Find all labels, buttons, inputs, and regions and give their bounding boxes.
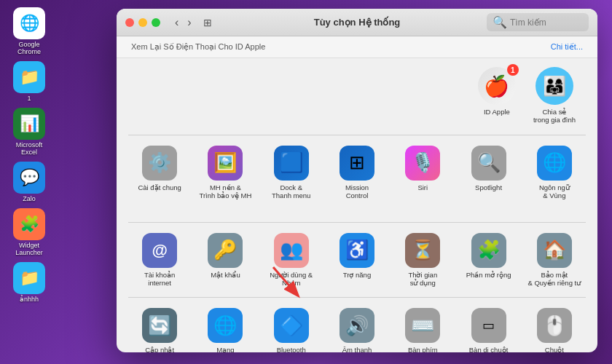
- desktop: 🌐 GoogleChrome 📁 1 📊 MicrosoftExcel 💬 Za…: [0, 0, 612, 364]
- pref-passwords[interactable]: 🔑 Mật khẩu: [194, 227, 256, 293]
- prefs-row-3: 🔄 Cập nhậtphần mềm 🌐 Mạng 🔷 Bluetooth 🔊 …: [128, 302, 586, 352]
- pref-security[interactable]: 🏠 Bảo mật& Quyền riêng tư: [523, 227, 586, 293]
- pref-notifications[interactable]: [523, 206, 586, 218]
- pref-spotlight[interactable]: 🔍 Spotlight: [457, 140, 519, 206]
- dock-chrome[interactable]: 🌐 GoogleChrome: [7, 7, 51, 55]
- pref-mouse[interactable]: 🖱️ Chuột: [523, 302, 586, 352]
- pref-accessibility[interactable]: ♿ Trợ năng: [326, 227, 388, 293]
- dock-folder1[interactable]: 📁 1: [7, 61, 51, 102]
- dock-folder2[interactable]: 📁 ảnhhh: [7, 262, 51, 303]
- pref-trackpad[interactable]: ▭ Bàn di chuột: [457, 302, 519, 352]
- maximize-button[interactable]: [152, 18, 160, 27]
- pref-network[interactable]: 🌐 Mạng: [194, 302, 256, 352]
- search-icon: 🔍: [493, 15, 507, 29]
- back-button[interactable]: ‹: [172, 15, 181, 31]
- apple-id-pref[interactable]: 🍎 1 ID Apple: [475, 64, 519, 127]
- pref-mission-control[interactable]: ⊞ MissionControl: [326, 140, 388, 206]
- pref-desktop-screensaver[interactable]: 🖼️ MH nền &Trình bảo vệ MH: [194, 140, 256, 206]
- banner-link[interactable]: Chi tiết...: [551, 42, 583, 52]
- separator-1: [128, 135, 586, 135]
- pref-software-update[interactable]: 🔄 Cập nhậtphần mềm: [128, 302, 191, 352]
- window-title: Tùy chọn Hệ thống: [314, 17, 401, 28]
- family-sharing-label: Chia sẻtrong gia đình: [533, 108, 576, 124]
- pref-sound[interactable]: 🔊 Âm thanh: [326, 302, 388, 352]
- close-button[interactable]: [125, 18, 134, 27]
- dock: 🌐 GoogleChrome 📁 1 📊 MicrosoftExcel 💬 Za…: [0, 0, 58, 364]
- info-banner: Xem Lại Số Điện Thoại Cho ID Apple Chi t…: [117, 36, 597, 58]
- grid-button[interactable]: ⊞: [203, 17, 212, 28]
- separator-3: [128, 297, 586, 298]
- pref-language[interactable]: 🌐 Ngôn ngữ& Vùng: [523, 140, 586, 206]
- dock-excel[interactable]: 📊 MicrosoftExcel: [7, 108, 51, 156]
- nav-buttons: ‹ ›: [172, 15, 195, 31]
- search-box[interactable]: 🔍: [487, 13, 589, 31]
- system-preferences-window: ‹ › ⊞ Tùy chọn Hệ thống 🔍 Xem Lại Số Điệ…: [117, 9, 597, 352]
- pref-internet-accounts[interactable]: @ Tài khoảninternet: [128, 227, 191, 293]
- titlebar: ‹ › ⊞ Tùy chọn Hệ thống 🔍: [117, 9, 597, 36]
- pref-siri[interactable]: 🎙️ Siri: [391, 140, 454, 206]
- family-sharing-pref[interactable]: 👨‍👩‍👧 Chia sẻtrong gia đình: [530, 64, 578, 127]
- pref-dock[interactable]: 🟦 Dock &Thanh menu: [260, 140, 323, 206]
- prefs-row-2: @ Tài khoảninternet 🔑 Mật khẩu 👥 Người d…: [128, 227, 586, 293]
- pref-keyboard[interactable]: ⌨️ Bàn phím: [391, 302, 454, 352]
- apple-id-label: ID Apple: [484, 108, 510, 116]
- pref-general[interactable]: ⚙️ Cài đặt chung: [128, 140, 191, 206]
- minimize-button[interactable]: [138, 18, 147, 27]
- search-input[interactable]: [510, 17, 583, 28]
- pref-bluetooth[interactable]: 🔷 Bluetooth: [260, 302, 323, 352]
- content-area: 🍎 1 ID Apple 👨‍👩‍👧 Chia sẻtrong gia đình…: [117, 58, 597, 352]
- pref-extensions[interactable]: 🧩 Phần mở rộng: [457, 227, 519, 293]
- dock-zalo[interactable]: 💬 Zalo: [7, 162, 51, 202]
- forward-button[interactable]: ›: [184, 15, 194, 31]
- prefs-row-1: ⚙️ Cài đặt chung 🖼️ MH nền &Trình bảo vệ…: [128, 140, 586, 206]
- pref-screen-time[interactable]: ⏳ Thời giansử dụng: [391, 227, 454, 293]
- apple-id-badge: 1: [507, 64, 519, 76]
- dock-widget[interactable]: 🧩 WidgetLauncher: [7, 208, 51, 256]
- separator-2: [128, 222, 586, 223]
- pref-users-groups[interactable]: 👥 Người dùng &Nhóm: [260, 227, 323, 293]
- banner-text: Xem Lại Số Điện Thoại Cho ID Apple: [131, 42, 265, 52]
- traffic-lights: [125, 18, 160, 27]
